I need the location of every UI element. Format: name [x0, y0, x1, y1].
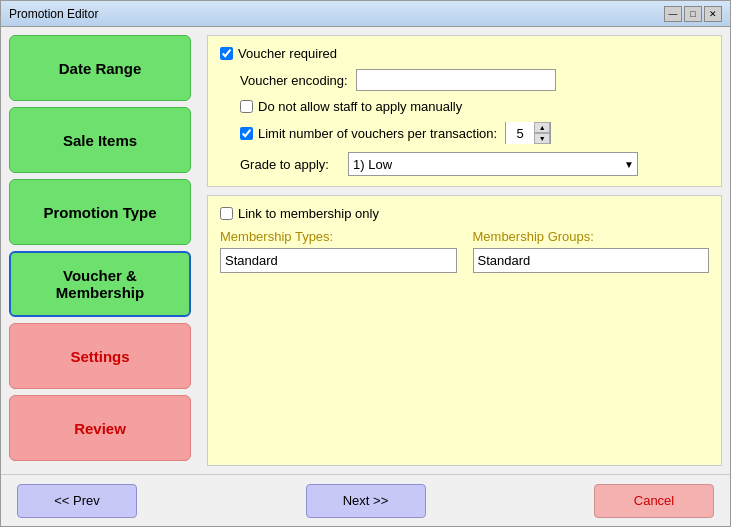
membership-types-label: Membership Types:: [220, 229, 457, 244]
membership-section: Link to membership only Membership Types…: [207, 195, 722, 466]
grade-select[interactable]: 1) Low 2) Medium 3) High: [348, 152, 638, 176]
membership-groups-list[interactable]: Standard: [473, 248, 710, 273]
grade-select-wrapper: 1) Low 2) Medium 3) High: [348, 152, 638, 176]
title-bar: Promotion Editor — □ ✕: [1, 1, 730, 27]
next-button[interactable]: Next >>: [306, 484, 426, 518]
prev-button[interactable]: << Prev: [17, 484, 137, 518]
limit-vouchers-label[interactable]: Limit number of vouchers per transaction…: [240, 126, 497, 141]
voucher-encoding-input[interactable]: [356, 69, 556, 91]
grade-label: Grade to apply:: [240, 157, 340, 172]
voucher-required-checkbox[interactable]: [220, 47, 233, 60]
link-membership-text: Link to membership only: [238, 206, 379, 221]
voucher-required-text: Voucher required: [238, 46, 337, 61]
voucher-required-label[interactable]: Voucher required: [220, 46, 337, 61]
membership-groups-label: Membership Groups:: [473, 229, 710, 244]
sidebar-item-promotion-type[interactable]: Promotion Type: [9, 179, 191, 245]
cancel-button[interactable]: Cancel: [594, 484, 714, 518]
sidebar-item-date-range[interactable]: Date Range: [9, 35, 191, 101]
minimize-button[interactable]: —: [664, 6, 682, 22]
voucher-encoding-label: Voucher encoding:: [240, 73, 348, 88]
link-membership-label[interactable]: Link to membership only: [220, 206, 709, 221]
grade-row: Grade to apply: 1) Low 2) Medium 3) High: [220, 152, 709, 176]
maximize-button[interactable]: □: [684, 6, 702, 22]
main-window: Promotion Editor — □ ✕ Date Range Sale I…: [0, 0, 731, 527]
sidebar-item-settings[interactable]: Settings: [9, 323, 191, 389]
limit-vouchers-text: Limit number of vouchers per transaction…: [258, 126, 497, 141]
membership-types-list[interactable]: Standard: [220, 248, 457, 273]
spinner-up-button[interactable]: ▲: [534, 122, 550, 133]
limit-vouchers-input[interactable]: [506, 122, 534, 144]
title-bar-buttons: — □ ✕: [664, 6, 722, 22]
content-area: Voucher required Voucher encoding: Do no…: [199, 27, 730, 474]
window-body: Date Range Sale Items Promotion Type Vou…: [1, 27, 730, 474]
close-button[interactable]: ✕: [704, 6, 722, 22]
membership-header: Link to membership only: [220, 206, 709, 221]
window-title: Promotion Editor: [9, 7, 98, 21]
membership-cols: Membership Types: Standard Membership Gr…: [220, 229, 709, 273]
voucher-encoding-row: Voucher encoding:: [220, 69, 709, 91]
spinner-down-button[interactable]: ▼: [534, 133, 550, 144]
sidebar-item-voucher-membership[interactable]: Voucher &Membership: [9, 251, 191, 317]
bottom-bar: << Prev Next >> Cancel: [1, 474, 730, 526]
spinner-buttons: ▲ ▼: [534, 122, 550, 144]
voucher-required-row: Voucher required: [220, 46, 709, 61]
membership-group-item: Standard: [478, 253, 705, 268]
link-membership-checkbox[interactable]: [220, 207, 233, 220]
no-staff-text: Do not allow staff to apply manually: [258, 99, 462, 114]
sidebar-item-sale-items[interactable]: Sale Items: [9, 107, 191, 173]
limit-vouchers-checkbox[interactable]: [240, 127, 253, 140]
voucher-section: Voucher required Voucher encoding: Do no…: [207, 35, 722, 187]
sidebar-item-review[interactable]: Review: [9, 395, 191, 461]
no-staff-label[interactable]: Do not allow staff to apply manually: [240, 99, 462, 114]
membership-types-col: Membership Types: Standard: [220, 229, 457, 273]
no-staff-row: Do not allow staff to apply manually: [220, 99, 709, 114]
limit-vouchers-spinner: ▲ ▼: [505, 122, 551, 144]
membership-type-item: Standard: [225, 253, 452, 268]
limit-vouchers-row: Limit number of vouchers per transaction…: [220, 122, 709, 144]
no-staff-checkbox[interactable]: [240, 100, 253, 113]
membership-groups-col: Membership Groups: Standard: [473, 229, 710, 273]
sidebar: Date Range Sale Items Promotion Type Vou…: [1, 27, 199, 474]
